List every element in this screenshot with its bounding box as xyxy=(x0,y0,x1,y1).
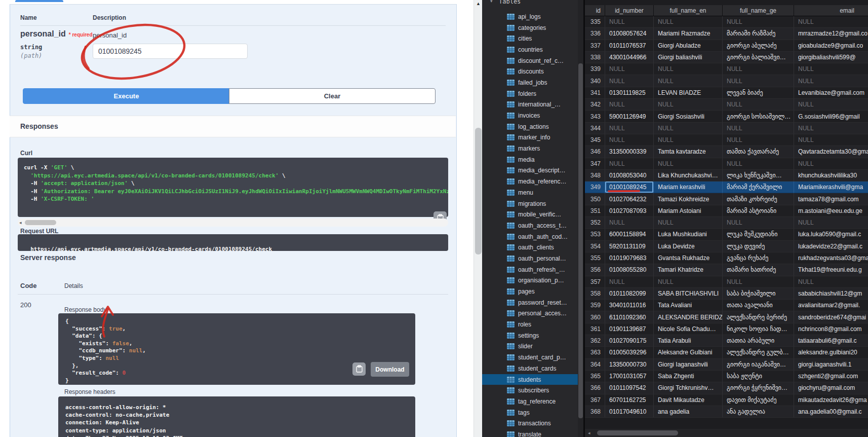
clear-button[interactable]: Clear xyxy=(229,88,436,104)
table-row[interactable]: 357NULLNULLNULLNULL xyxy=(585,276,868,288)
sidebar-table-categories[interactable]: categories xyxy=(482,22,578,33)
grid-cell[interactable]: საბა ჟღენტი xyxy=(723,371,794,382)
table-row[interactable]: 35930401011016Tata Avalianiთათა ავალიანი… xyxy=(585,300,868,311)
grid-cell[interactable]: 59001126949 xyxy=(605,111,654,122)
table-row[interactable]: 35360001158894Luka Mushkudianiლუკა მუშკუ… xyxy=(585,229,868,240)
grid-cell[interactable]: Qavtaradzetamta30@gma xyxy=(794,146,868,158)
grid-cell[interactable]: NULL xyxy=(605,158,654,170)
table-row[interactable]: 36801017049610ana gadeliaანა გადელიაana.… xyxy=(585,406,868,418)
copy-response-button[interactable] xyxy=(352,362,366,376)
grid-cell[interactable]: Tata Avaliani xyxy=(654,300,723,311)
grid-cell[interactable]: თამთა ქავთარაძე xyxy=(723,146,794,158)
browser-vertical-scrollbar[interactable]: ▲ xyxy=(474,0,483,437)
grid-cell[interactable]: SABA BITCHIASHVILI xyxy=(654,288,723,300)
grid-cell[interactable]: sababichiashvili12@gm xyxy=(794,288,868,300)
sidebar-table-folders[interactable]: folders xyxy=(482,88,578,99)
grid-cell[interactable]: 338 xyxy=(585,52,605,63)
sidebar-table-transactions[interactable]: transactions xyxy=(482,418,578,429)
grid-cell[interactable]: Mariami Razmadze xyxy=(654,28,723,40)
grid-cell[interactable]: 01901139687 xyxy=(605,323,654,335)
grid-cell[interactable]: Davit Mikautadze xyxy=(654,394,723,406)
sidebar-table-media_referenc[interactable]: media_referenc… xyxy=(482,176,578,187)
sidebar-table-menu[interactable]: menu xyxy=(482,187,578,198)
grid-cell[interactable]: NULL xyxy=(723,63,794,75)
grid-cell[interactable]: Giorgi Tchkrunishv… xyxy=(654,382,723,394)
grid-cell[interactable]: ანა გადელია xyxy=(723,406,794,418)
table-row[interactable]: 342NULLNULLNULLNULL xyxy=(585,99,868,111)
grid-cell[interactable]: 335 xyxy=(585,16,605,28)
scrollbar-thumb[interactable] xyxy=(25,220,56,225)
grid-cell[interactable]: 354 xyxy=(585,241,605,252)
grid-cell[interactable]: aleksandre.gulbiani20 xyxy=(794,347,868,358)
sidebar-table-discount_ref_c[interactable]: discount_ref_c… xyxy=(482,55,578,66)
grid-cell[interactable]: ალექსანდრე ბერიძე xyxy=(723,311,794,323)
scrollbar-thumb[interactable] xyxy=(578,63,583,418)
grid-cell[interactable]: Tkhat19@freeuni.edu.g xyxy=(794,264,868,276)
grid-cell[interactable]: 340 xyxy=(585,75,605,87)
grid-cell[interactable]: NULL xyxy=(723,217,794,229)
tables-tree-header[interactable]: Tables xyxy=(499,0,521,5)
grid-cell[interactable]: ana gadelia xyxy=(654,406,723,418)
grid-cell[interactable]: 368 xyxy=(585,406,605,418)
grid-cell[interactable]: szhgenti2@gmail.com xyxy=(794,371,868,382)
grid-cell[interactable]: NULL xyxy=(605,123,654,134)
table-row[interactable]: 347NULLNULLNULLNULL xyxy=(585,158,868,170)
sidebar-table-translate[interactable]: translate xyxy=(482,429,578,437)
grid-cell[interactable]: 17001031057 xyxy=(605,371,654,382)
grid-cell[interactable]: NULL xyxy=(605,217,654,229)
grid-cell[interactable]: 362 xyxy=(585,335,605,347)
table-row[interactable]: 33601008057624Mariami Razmadzeმარიამი რა… xyxy=(585,28,868,40)
grid-cell[interactable]: საბა ბიჭიაშვილი xyxy=(723,288,794,300)
grid-cell[interactable]: NULL xyxy=(605,16,654,28)
grid-cell[interactable]: ნიკოლ სოფია ჩად… xyxy=(723,323,794,335)
grid-cell[interactable]: NULL xyxy=(654,16,723,28)
grid-cell[interactable]: 337 xyxy=(585,40,605,52)
sidebar-table-cities[interactable]: cities xyxy=(482,33,578,44)
grid-cell[interactable]: 339 xyxy=(585,63,605,75)
sidebar-table-markers[interactable]: markers xyxy=(482,143,578,154)
personal-id-input[interactable] xyxy=(93,44,248,59)
grid-cell[interactable]: NULL xyxy=(605,134,654,146)
grid-cell[interactable]: 01008053040 xyxy=(605,170,654,181)
grid-cell[interactable]: მარიამ ქერაშვილი xyxy=(723,181,794,193)
grid-cell[interactable]: Aleksandre Gulbiani xyxy=(654,347,723,358)
table-row[interactable]: 344NULLNULLNULLNULL xyxy=(585,123,868,134)
grid-cell[interactable]: NULL xyxy=(654,99,723,111)
grid-cell[interactable]: 13350000730 xyxy=(605,359,654,371)
grid-cell[interactable]: ლიკა ხუნჩუკაშვი… xyxy=(723,170,794,181)
sidebar-table-oauth_clients[interactable]: oauth_clients xyxy=(482,242,578,253)
grid-cell[interactable]: mikautadzedavit26@gma xyxy=(794,394,868,406)
sidebar-table-slider[interactable]: slider xyxy=(482,341,578,352)
sidebar-table-media[interactable]: media xyxy=(482,154,578,165)
grid-cell[interactable]: NULL xyxy=(605,63,654,75)
grid-cell[interactable]: NULL xyxy=(654,63,723,75)
table-row[interactable]: 36101901139687Nicole Sofia Chadu…ნიკოლ ს… xyxy=(585,323,868,335)
grid-cell[interactable]: NULL xyxy=(723,134,794,146)
grid-cell[interactable]: 30401011016 xyxy=(605,300,654,311)
column-header-full_name_ge[interactable]: full_name_ge xyxy=(723,5,794,16)
grid-cell[interactable]: m.astoiani@eeu.edu.ge xyxy=(794,205,868,217)
table-row[interactable]: 36601011097542Giorgi Tchkrunishv…გიორგი … xyxy=(585,382,868,394)
sidebar-table-migrations[interactable]: migrations xyxy=(482,198,578,209)
grid-cell[interactable]: 01011076537 xyxy=(605,40,654,52)
grid-cell[interactable]: Giorgi Sosiashvili xyxy=(654,111,723,122)
column-header-full_name_en[interactable]: full_name_en xyxy=(654,5,723,16)
sidebar-table-oauth_auth_cod[interactable]: oauth_auth_cod… xyxy=(482,231,578,242)
grid-cell[interactable]: 01001089245 xyxy=(605,181,654,193)
table-row[interactable]: 35801011082099SABA BITCHIASHVILIსაბა ბიჭ… xyxy=(585,288,868,300)
grid-cell[interactable]: 31350000339 xyxy=(605,146,654,158)
grid-cell[interactable]: Giorgi Iaganashvili xyxy=(654,359,723,371)
grid-cell[interactable]: giorgibaliashvili599@ xyxy=(794,52,868,63)
grid-cell[interactable]: გიორგი იაგანაშვი… xyxy=(723,359,794,371)
sidebar-table-roles[interactable]: roles xyxy=(482,319,578,330)
grid-cell[interactable]: ლუკა მუშკუდიანი xyxy=(723,229,794,240)
grid-cell[interactable]: NULL xyxy=(723,276,794,288)
grid-cell[interactable]: 01027087093 xyxy=(605,205,654,217)
grid-cell[interactable]: NULL xyxy=(654,75,723,87)
grid-cell[interactable]: 344 xyxy=(585,123,605,134)
sidebar-table-oauth_access_t[interactable]: oauth_access_t… xyxy=(482,220,578,231)
grid-cell[interactable]: ana.gadelia00@gmail.c xyxy=(794,406,868,418)
column-header-id_number[interactable]: id_number xyxy=(605,5,654,16)
grid-cell[interactable]: NULL xyxy=(723,75,794,87)
grid-cell[interactable]: 356 xyxy=(585,264,605,276)
